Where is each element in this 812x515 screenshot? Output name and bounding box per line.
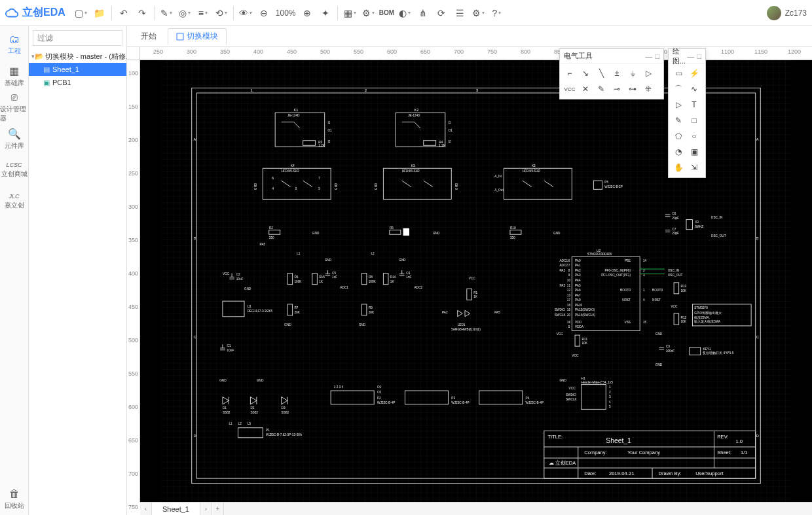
minimize-icon[interactable]: —: [687, 52, 694, 60]
layers-button[interactable]: ☰: [451, 4, 469, 22]
polygon-tool[interactable]: ⬠: [671, 129, 686, 143]
net-label-tool[interactable]: ╲: [594, 66, 608, 80]
redo-button[interactable]: ↷: [133, 4, 151, 22]
contrast-menu[interactable]: ◐: [396, 4, 414, 22]
vcc-tool[interactable]: VCC: [563, 82, 577, 96]
bus-entry-tool[interactable]: ⊶: [625, 82, 640, 96]
rotate-menu[interactable]: ⟲: [212, 4, 231, 22]
arc-tool[interactable]: ⌒: [671, 82, 686, 96]
edit-menu[interactable]: ✎: [157, 4, 175, 22]
user-name: Zc173: [785, 9, 807, 18]
tree-item-pcb1[interactable]: ▣ PCB1: [29, 76, 126, 89]
polyline-tool[interactable]: ⚡: [687, 66, 701, 80]
user-menu[interactable]: Zc173: [767, 6, 807, 20]
zoom-in-button[interactable]: ⊕: [298, 4, 316, 22]
wire-tool[interactable]: ⌐: [563, 66, 577, 80]
help-menu[interactable]: ?: [487, 4, 506, 22]
sidebar-label: 立创商城: [1, 169, 28, 179]
svg-text:I1: I1: [449, 121, 451, 124]
app-logo[interactable]: 立创EDA: [5, 6, 65, 20]
drag-tool[interactable]: ✋: [671, 160, 686, 175]
text-tool[interactable]: T: [687, 98, 701, 112]
panel-title-bar[interactable]: 绘图... —□: [669, 49, 705, 63]
junction-tool[interactable]: ⊸: [610, 82, 624, 96]
schematic-canvas[interactable]: A B C D A B C D 1 2 3 4 5 K1: [140, 60, 812, 502]
rect-tool[interactable]: □: [687, 113, 701, 128]
svg-text:VSS: VSS: [625, 321, 631, 324]
sheet-tab-1[interactable]: Sheet_1: [152, 503, 200, 516]
bezier-tool[interactable]: ∿: [687, 82, 701, 96]
svg-text:L1: L1: [229, 422, 232, 425]
svg-text:R2: R2: [269, 226, 273, 230]
cloud-icon: [5, 8, 20, 18]
power-tool[interactable]: ⏚: [625, 66, 640, 80]
svg-text:VCC: VCC: [572, 354, 579, 357]
bom-button[interactable]: BOM: [377, 4, 396, 22]
sidebar-design-mgr[interactable]: ⎚设计管理器: [0, 92, 29, 123]
view-menu[interactable]: 👁: [236, 4, 255, 22]
svg-text:WJ25C-B-7.62-3P-13-00A: WJ25C-B-7.62-3P-13-00A: [266, 433, 303, 436]
line-tool[interactable]: ▭: [671, 66, 686, 80]
align-menu[interactable]: ≡: [194, 4, 212, 22]
file-menu[interactable]: ▢: [72, 4, 90, 22]
svg-text:10K: 10K: [581, 342, 587, 345]
svg-text:JE-124D: JE-124D: [408, 114, 420, 117]
sidebar-trash[interactable]: 🗑回收站: [0, 484, 29, 515]
cross-probe-button[interactable]: ✦: [316, 4, 335, 22]
svg-text:TITLE:: TITLE:: [548, 434, 563, 440]
electrical-tools-panel[interactable]: 电气工具 —□ ⌐ ↘ ╲ ± ⏚ ▷ VCC ✕ ✎ ⊸ ⊶ ⁜: [559, 48, 664, 99]
pcb-icon: ▣: [42, 79, 51, 87]
array-tool[interactable]: ⁜: [641, 82, 655, 96]
svg-text:O1: O1: [377, 385, 382, 389]
share-button[interactable]: ⋔: [414, 4, 432, 22]
image-tool[interactable]: ▣: [687, 145, 701, 159]
simulation-menu[interactable]: ▦: [341, 4, 359, 22]
net-flag-tool[interactable]: ▷: [641, 66, 655, 80]
settings-menu[interactable]: ⚙: [469, 4, 487, 22]
sidebar-label: 嘉立创: [5, 201, 24, 210]
tree-filter-input[interactable]: [33, 30, 122, 46]
svg-text:GND: GND: [375, 183, 378, 190]
probe-tool[interactable]: ✎: [594, 82, 608, 96]
sidebar-baselib[interactable]: ▦基础库: [0, 60, 29, 92]
net-port-tool[interactable]: ±: [610, 66, 624, 80]
svg-text:100nF: 100nF: [666, 349, 674, 353]
arrow-tool[interactable]: ▷: [671, 98, 686, 112]
tree-item-sheet1[interactable]: ▤ Sheet_1: [29, 63, 126, 76]
freehand-tool[interactable]: ✎: [671, 113, 686, 128]
sidebar-lcsc-store[interactable]: LCSC立创商城: [0, 154, 29, 186]
place-menu[interactable]: ◎: [175, 4, 194, 22]
tab-start[interactable]: 开始: [132, 28, 165, 45]
close-icon[interactable]: □: [655, 52, 659, 60]
sheet-prev-button[interactable]: ‹: [140, 503, 152, 516]
svg-text:C2: C2: [236, 273, 240, 276]
history-button[interactable]: ⟳: [432, 4, 451, 22]
svg-text:R3: R3: [318, 141, 322, 144]
zoom-out-button[interactable]: ⊖: [255, 4, 273, 22]
sheet-add-button[interactable]: +: [212, 503, 224, 516]
svg-text:19: 19: [567, 308, 571, 311]
zoom-level[interactable]: 100%: [273, 9, 299, 18]
sidebar-jlc[interactable]: JLC嘉立创: [0, 186, 29, 217]
folder-open-button[interactable]: 📁: [90, 4, 109, 22]
tree-project-root[interactable]: ▾ 📂 切换模块 - master - (精修工作区): [29, 50, 126, 63]
svg-text:D1: D1: [223, 406, 227, 410]
undo-button[interactable]: ↶: [115, 4, 133, 22]
pie-tool[interactable]: ◔: [671, 145, 686, 159]
panel-title-bar[interactable]: 电气工具 —□: [560, 49, 663, 63]
drawing-tools-panel[interactable]: 绘图... —□ ▭ ⚡ ⌒ ∿ ▷ T ✎ □ ⬠ ○ ◔ ▣ ✋: [668, 48, 706, 178]
close-icon[interactable]: □: [697, 52, 701, 60]
tools-menu[interactable]: ⚙: [359, 4, 377, 22]
sidebar-project[interactable]: 🗂工程: [0, 29, 29, 60]
minimize-icon[interactable]: —: [645, 52, 652, 60]
ellipse-tool[interactable]: ○: [687, 129, 701, 143]
svg-text:SWCLK: SWCLK: [566, 398, 578, 401]
bus-tool[interactable]: ↘: [578, 66, 593, 80]
svg-text:PA13(SWDIO): PA13(SWDIO): [575, 308, 595, 311]
svg-text:17: 17: [567, 298, 571, 302]
tab-module[interactable]: 切换模块: [168, 28, 227, 45]
sheet-next-button[interactable]: ›: [200, 503, 212, 516]
sidebar-component-lib[interactable]: 🔍元件库: [0, 123, 29, 154]
canvas-origin-tool[interactable]: ⇲: [687, 160, 701, 175]
no-connect-tool[interactable]: ✕: [578, 82, 593, 96]
